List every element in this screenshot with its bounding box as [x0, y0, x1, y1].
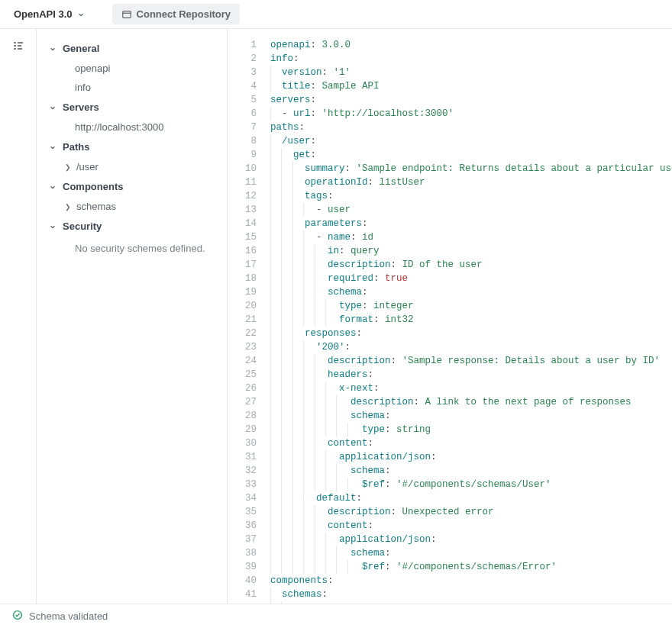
check-circle-icon [12, 610, 23, 623]
code-line[interactable]: x-next: [270, 382, 672, 395]
section-general-label: General [63, 43, 99, 54]
svg-rect-0 [122, 11, 131, 18]
code-line[interactable]: responses: [270, 327, 672, 340]
section-paths[interactable]: Paths [37, 137, 227, 157]
section-components[interactable]: Components [37, 176, 227, 197]
code-line[interactable]: - user [270, 203, 672, 217]
line-number-gutter: 1234567891011121314151617181920212223242… [228, 29, 263, 604]
tree-item-server[interactable]: http://localhost:3000 [37, 118, 227, 137]
chevron-down-icon [49, 182, 57, 192]
code-line[interactable]: - url: 'http://localhost:3000' [270, 107, 672, 121]
code-line[interactable]: description: A link to the next page of … [270, 395, 672, 409]
code-line[interactable]: servers: [270, 93, 672, 107]
outline-icon [12, 40, 24, 52]
code-line[interactable]: description: ID of the user [270, 258, 672, 272]
code-line[interactable]: description: 'Sample response: Details a… [270, 354, 672, 368]
chevron-down-icon [49, 221, 57, 232]
code-line[interactable]: default: [270, 491, 672, 505]
code-line[interactable]: type: integer [270, 299, 672, 313]
code-line[interactable]: get: [270, 148, 672, 162]
outline-toggle-button[interactable] [12, 40, 24, 54]
status-text: Schema validated [29, 610, 108, 622]
code-line[interactable]: User: [270, 601, 672, 604]
section-security[interactable]: Security [37, 216, 227, 237]
code-line[interactable]: tags: [270, 189, 672, 203]
tree-item-schemas[interactable]: schemas [37, 197, 227, 216]
code-line[interactable]: paths: [270, 121, 672, 134]
chevron-right-icon [64, 163, 72, 171]
spec-version-select[interactable]: OpenAPI 3.0 [8, 5, 91, 23]
code-editor[interactable]: 1234567891011121314151617181920212223242… [228, 29, 672, 604]
no-security-text: No security schemes defined. [37, 237, 227, 258]
code-line[interactable]: title: Sample API [270, 79, 672, 93]
code-line[interactable]: $ref: '#/components/schemas/Error' [270, 560, 672, 574]
code-line[interactable]: description: Unexpected error [270, 505, 672, 519]
code-line[interactable]: schema: [270, 546, 672, 560]
code-line[interactable]: content: [270, 519, 672, 533]
code-line[interactable]: headers: [270, 368, 672, 382]
section-servers-label: Servers [63, 101, 99, 113]
chevron-down-icon [77, 9, 85, 20]
tree-item-path-user[interactable]: /user [37, 157, 227, 176]
code-line[interactable]: operationId: listUser [270, 176, 672, 189]
path-user-label: /user [76, 161, 99, 172]
tree-item-info[interactable]: info [37, 78, 227, 97]
section-security-label: Security [63, 221, 102, 232]
code-line[interactable]: schema: [270, 285, 672, 299]
code-line[interactable]: application/json: [270, 450, 672, 464]
code-line[interactable]: $ref: '#/components/schemas/User' [270, 478, 672, 491]
chevron-right-icon [64, 203, 72, 211]
left-gutter [0, 29, 37, 604]
code-line[interactable]: content: [270, 436, 672, 450]
code-content[interactable]: openapi: 3.0.0info: version: '1' title: … [263, 29, 672, 604]
code-line[interactable]: /user: [270, 134, 672, 148]
toolbar: OpenAPI 3.0 Connect Repository [0, 0, 672, 29]
code-line[interactable]: version: '1' [270, 66, 672, 79]
schemas-label: schemas [76, 201, 116, 212]
code-line[interactable]: type: string [270, 423, 672, 436]
tree-item-openapi[interactable]: openapi [37, 59, 227, 78]
code-line[interactable]: required: true [270, 272, 672, 285]
code-line[interactable]: schema: [270, 464, 672, 478]
spec-version-label: OpenAPI 3.0 [14, 8, 73, 20]
code-line[interactable]: '200': [270, 340, 672, 354]
section-components-label: Components [63, 181, 123, 192]
status-bar: Schema validated [0, 604, 672, 628]
code-line[interactable]: components: [270, 574, 672, 588]
code-line[interactable]: application/json: [270, 533, 672, 546]
code-line[interactable]: info: [270, 52, 672, 66]
section-paths-label: Paths [63, 141, 89, 153]
sidebar: General openapi info Servers http://loca… [37, 29, 228, 604]
code-line[interactable]: openapi: 3.0.0 [270, 38, 672, 52]
code-line[interactable]: parameters: [270, 217, 672, 230]
chevron-down-icon [49, 102, 57, 113]
code-line[interactable]: summary: 'Sample endpoint: Returns detai… [270, 162, 672, 176]
code-line[interactable]: format: int32 [270, 313, 672, 327]
section-servers[interactable]: Servers [37, 97, 227, 118]
chevron-down-icon [49, 43, 57, 54]
code-line[interactable]: - name: id [270, 230, 672, 244]
repository-icon [121, 9, 132, 20]
code-line[interactable]: schemas: [270, 588, 672, 601]
connect-repository-button[interactable]: Connect Repository [112, 4, 241, 24]
section-general[interactable]: General [37, 38, 227, 59]
code-line[interactable]: in: query [270, 244, 672, 258]
connect-repository-label: Connect Repository [137, 8, 231, 20]
code-line[interactable]: schema: [270, 409, 672, 423]
chevron-down-icon [49, 142, 57, 153]
